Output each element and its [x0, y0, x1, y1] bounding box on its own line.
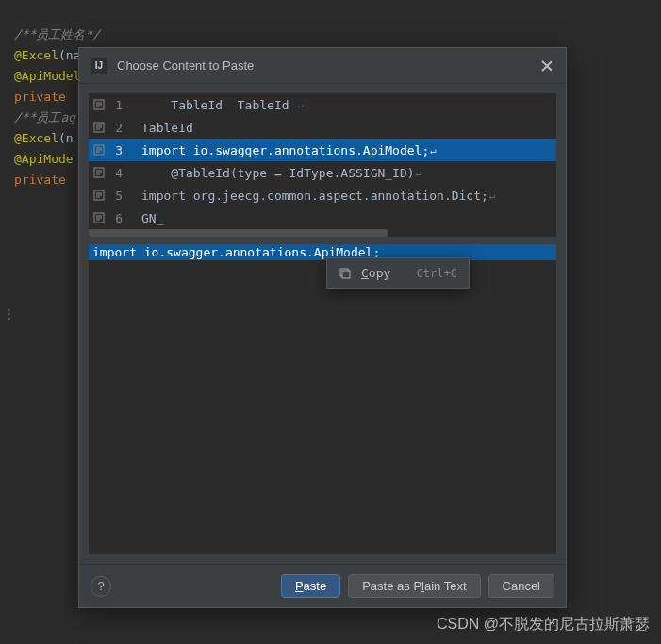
- scrollbar-thumb[interactable]: [89, 229, 388, 237]
- history-row-text: GN_: [141, 211, 163, 225]
- history-row[interactable]: 3import io.swagger.annotations.ApiModel;…: [89, 139, 556, 161]
- history-row[interactable]: 4 @TableId(type = IdType.ASSIGN_ID)↵: [89, 161, 556, 184]
- history-row-number: 4: [109, 166, 123, 180]
- text-snippet-icon: [92, 121, 106, 134]
- preview-pane[interactable]: import io.swagger.annotations.ApiModel; …: [89, 244, 556, 554]
- paste-dialog: IJ Choose Content to Paste 1 TableId Tab…: [78, 47, 567, 608]
- history-row-text: @TableId(type = IdType.ASSIGN_ID): [141, 166, 415, 180]
- text-snippet-icon: [92, 98, 106, 111]
- gutter-handle-icon[interactable]: ⋮: [4, 307, 15, 321]
- history-row-number: 1: [109, 98, 123, 112]
- clipboard-history-list[interactable]: 1 TableId TableId ↵2TableId3import io.sw…: [89, 93, 556, 237]
- crlf-icon: ↵: [489, 190, 496, 202]
- context-menu: Copy Ctrl+C: [326, 257, 470, 289]
- history-row-number: 3: [109, 143, 123, 157]
- history-row-number: 5: [109, 189, 123, 203]
- history-row-text: TableId: [141, 121, 193, 135]
- code-keyword: private: [14, 173, 66, 187]
- text-snippet-icon: [92, 189, 106, 202]
- text-snippet-icon: [92, 143, 106, 157]
- text-snippet-icon: [92, 166, 106, 179]
- code-annotation: @ApiMode: [14, 152, 74, 166]
- context-menu-copy[interactable]: Copy Ctrl+C: [327, 262, 469, 284]
- crlf-icon: ↵: [416, 167, 422, 179]
- cancel-button[interactable]: Cancel: [488, 574, 554, 598]
- app-icon: IJ: [91, 58, 107, 74]
- context-menu-copy-shortcut: Ctrl+C: [417, 267, 457, 280]
- crlf-icon: ↵: [297, 99, 304, 111]
- history-row-text: import io.swagger.annotations.ApiModel;: [141, 143, 429, 157]
- code-comment: /**员工ag: [14, 110, 75, 124]
- copy-icon: [339, 267, 352, 280]
- history-row-text: TableId TableId: [141, 98, 296, 112]
- history-row[interactable]: 6GN_: [89, 206, 556, 229]
- history-row[interactable]: 5import org.jeecg.common.aspect.annotati…: [89, 184, 556, 206]
- dialog-header: IJ Choose Content to Paste: [79, 48, 566, 84]
- help-button[interactable]: ?: [91, 576, 111, 597]
- preview-text: import io.swagger.annotations.ApiModel;: [89, 244, 556, 260]
- horizontal-scrollbar[interactable]: [89, 229, 556, 237]
- code-keyword: private: [14, 90, 66, 104]
- dialog-body: 1 TableId TableId ↵2TableId3import io.sw…: [79, 84, 566, 564]
- dialog-title: Choose Content to Paste: [117, 58, 539, 73]
- history-row-text: import org.jeecg.common.aspect.annotatio…: [141, 189, 488, 203]
- text-snippet-icon: [92, 211, 106, 224]
- history-row[interactable]: 2TableId: [89, 116, 556, 139]
- crlf-icon: ↵: [430, 144, 437, 157]
- close-icon[interactable]: [539, 58, 554, 74]
- paste-plain-text-button[interactable]: Paste as Plain Text: [348, 574, 480, 598]
- code-annotation: @Excel: [14, 131, 58, 145]
- dialog-footer: ? Paste Paste as Plain Text Cancel: [79, 564, 566, 607]
- code-annotation: @Excel: [14, 48, 58, 62]
- context-menu-copy-label: Copy: [361, 266, 407, 280]
- history-row-number: 2: [109, 121, 123, 135]
- history-row[interactable]: 1 TableId TableId ↵: [89, 93, 556, 116]
- history-row-number: 6: [109, 211, 123, 225]
- code-comment: /**员工姓名*/: [14, 27, 100, 41]
- watermark-text: CSDN @不脱发的尼古拉斯萧瑟: [437, 615, 650, 635]
- paste-button[interactable]: Paste: [281, 574, 340, 598]
- svg-rect-25: [342, 271, 350, 278]
